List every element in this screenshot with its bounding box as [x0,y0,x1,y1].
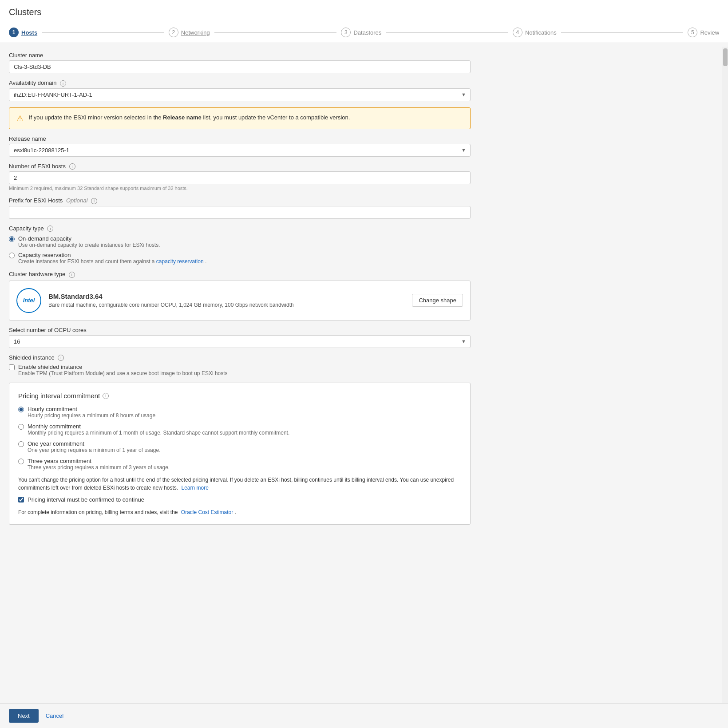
wizard-step-4[interactable]: 4 Notifications [513,28,557,37]
pricing-section: Pricing interval commitment i Hourly com… [9,383,471,525]
warning-icon: ⚠ [16,114,24,123]
capacity-reservation-radio[interactable] [9,253,15,258]
availability-domain-select[interactable]: ihZD:EU-FRANKFURT-1-AD-1 [9,88,471,101]
pricing-note: You can't change the pricing option for … [18,476,461,492]
intel-logo: intel [16,288,41,313]
hardware-info: intel BM.Standard3.64 Bare metal machine… [16,288,294,313]
step-2-circle: 2 [169,28,178,37]
ocpu-cores-label: Select number of OCPU cores [9,327,471,333]
step-3-circle: 3 [341,28,351,37]
step-1-label[interactable]: Hosts [21,29,37,36]
scrollbar-area[interactable] [722,47,728,682]
release-name-select-wrapper: esxi8u1c-22088125-1 ▼ [9,144,471,157]
availability-domain-group: Availability domain i ihZD:EU-FRANKFURT-… [9,79,471,101]
shielded-info-icon[interactable]: i [58,355,64,361]
pricing-one-year-label[interactable]: One year commitment One year pricing req… [28,440,160,453]
page-title: Clusters [9,7,719,17]
scrollbar-thumb[interactable] [723,48,728,66]
capacity-on-demand-radio[interactable] [9,236,15,242]
esxi-hosts-hint: Minimum 2 required, maximum 32 Standard … [9,186,471,191]
capacity-type-label: Capacity type i [9,225,471,232]
pricing-three-year-radio[interactable] [18,459,24,464]
hardware-type-info-icon[interactable]: i [69,272,75,278]
pricing-three-year-option: Three years commitment Three years prici… [18,458,461,471]
pricing-hourly-radio[interactable] [18,407,24,412]
pricing-monthly-option: Monthly commitment Monthly pricing requi… [18,423,461,436]
wizard-step-3[interactable]: 3 Datastores [341,28,381,37]
cluster-name-group: Cluster name [9,52,471,73]
pricing-section-title: Pricing interval commitment i [18,392,461,400]
step-4-label[interactable]: Notifications [525,29,557,36]
warning-text: If you update the ESXi minor version sel… [29,113,350,122]
step-line-1 [42,32,164,33]
capacity-on-demand-label[interactable]: On-demand capacity Use on-demand capacit… [18,235,160,248]
prefix-optional-label: Optional [66,197,87,204]
step-2-label[interactable]: Networking [181,29,210,36]
availability-domain-label: Availability domain i [9,79,471,87]
oracle-cost-link[interactable]: Oracle Cost Estimator [181,509,233,515]
hardware-name: BM.Standard3.64 [48,293,294,300]
prefix-input[interactable] [9,206,471,219]
wizard-step-1[interactable]: 1 Hosts [9,28,37,37]
pricing-confirm-label[interactable]: Pricing interval must be confirmed to co… [28,496,144,503]
prefix-info-icon[interactable]: i [91,198,97,204]
shielded-checkbox[interactable] [9,364,15,370]
prefix-label: Prefix for ESXi Hosts Optional i [9,197,471,204]
capacity-reservation-option: Capacity reservation Create instances fo… [9,252,471,265]
capacity-on-demand-option: On-demand capacity Use on-demand capacit… [9,235,471,248]
page-header: Clusters [0,0,728,22]
pricing-one-year-option: One year commitment One year pricing req… [18,440,461,453]
capacity-reservation-link[interactable]: capacity reservation [156,258,204,265]
pricing-hourly-label[interactable]: Hourly commitment Hourly pricing require… [28,406,155,419]
pricing-info-icon[interactable]: i [103,393,109,399]
esxi-hosts-label: Number of ESXi hosts i [9,163,471,170]
warning-box: ⚠ If you update the ESXi minor version s… [9,107,471,129]
change-shape-button[interactable]: Change shape [412,294,463,307]
shielded-instance-group: Shielded instance i Enable shielded inst… [9,354,471,377]
esxi-hosts-input[interactable] [9,171,471,184]
step-3-label[interactable]: Datastores [353,29,381,36]
capacity-reservation-label[interactable]: Capacity reservation Create instances fo… [18,252,206,265]
cluster-name-label: Cluster name [9,52,471,59]
shielded-checkbox-item: Enable shielded instance Enable TPM (Tru… [9,364,471,376]
learn-more-link[interactable]: Learn more [182,485,209,491]
step-1-circle: 1 [9,28,19,37]
hardware-details: BM.Standard3.64 Bare metal machine, conf… [48,293,294,308]
pricing-three-year-label[interactable]: Three years commitment Three years prici… [28,458,170,471]
step-4-circle: 4 [513,28,522,37]
shielded-instance-label: Shielded instance i [9,354,471,361]
wizard-step-2[interactable]: 2 Networking [169,28,210,37]
wizard-step-5[interactable]: 5 Review [688,28,719,37]
oracle-cost-text: For complete information on pricing, bil… [18,509,461,515]
pricing-hourly-option: Hourly commitment Hourly pricing require… [18,406,461,419]
pricing-monthly-label[interactable]: Monthly commitment Monthly pricing requi… [28,423,289,436]
hardware-type-label: Cluster hardware type i [9,271,471,278]
availability-domain-select-wrapper: ihZD:EU-FRANKFURT-1-AD-1 ▼ [9,88,471,101]
hardware-desc: Bare metal machine, configurable core nu… [48,302,294,308]
capacity-type-group: Capacity type i On-demand capacity Use o… [9,225,471,265]
ocpu-select-wrapper: 16 ▼ [9,335,471,348]
pricing-monthly-radio[interactable] [18,424,24,430]
release-name-select[interactable]: esxi8u1c-22088125-1 [9,144,471,157]
shielded-checkbox-label[interactable]: Enable shielded instance Enable TPM (Tru… [18,364,228,376]
main-content: Cluster name Availability domain i ihZD:… [0,43,728,682]
step-line-2 [214,32,337,33]
esxi-hosts-info-icon[interactable]: i [69,163,75,170]
pricing-confirm-item: Pricing interval must be confirmed to co… [18,496,461,503]
pricing-one-year-radio[interactable] [18,441,24,447]
ocpu-cores-select[interactable]: 16 [9,335,471,348]
availability-domain-info-icon[interactable]: i [60,80,66,87]
release-name-group: Release name esxi8u1c-22088125-1 ▼ [9,135,471,157]
pricing-confirm-checkbox[interactable] [18,497,24,502]
cluster-name-input[interactable] [9,60,471,73]
capacity-type-info-icon[interactable]: i [47,226,53,232]
ocpu-cores-group: Select number of OCPU cores 16 ▼ [9,327,471,348]
step-5-circle: 5 [688,28,697,37]
step-5-label[interactable]: Review [700,29,719,36]
release-name-label: Release name [9,135,471,142]
prefix-group: Prefix for ESXi Hosts Optional i [9,197,471,219]
esxi-hosts-group: Number of ESXi hosts i Minimum 2 require… [9,163,471,191]
step-line-4 [561,32,684,33]
wizard-nav: 1 Hosts 2 Networking 3 Datastores 4 Noti… [0,22,728,43]
hardware-box: intel BM.Standard3.64 Bare metal machine… [9,281,471,320]
